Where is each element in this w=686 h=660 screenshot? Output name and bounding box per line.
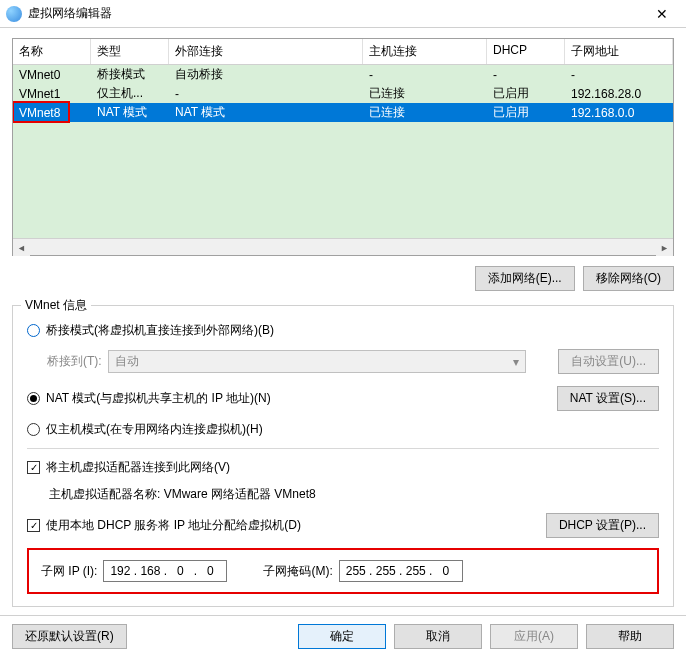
- subnet-row: 子网 IP (I): 192. 168. 0. 0 子网掩码(M): 255. …: [27, 548, 659, 594]
- col-header-subnet[interactable]: 子网地址: [565, 39, 673, 64]
- cell-external: -: [169, 86, 363, 102]
- restore-defaults-button[interactable]: 还原默认设置(R): [12, 624, 127, 649]
- scroll-track[interactable]: [30, 239, 656, 255]
- bridge-to-value: 自动: [115, 353, 139, 370]
- window-title: 虚拟网络编辑器: [28, 5, 644, 22]
- checkbox-icon: ✓: [27, 461, 40, 474]
- cell-type: NAT 模式: [91, 103, 169, 122]
- vmnet-info-group: VMnet 信息 桥接模式(将虚拟机直接连接到外部网络)(B) 桥接到(T): …: [12, 305, 674, 607]
- col-header-external[interactable]: 外部连接: [169, 39, 363, 64]
- radio-icon: [27, 324, 40, 337]
- nat-mode-radio[interactable]: NAT 模式(与虚拟机共享主机的 IP 地址)(N): [27, 390, 271, 407]
- table-row[interactable]: VMnet8 NAT 模式 NAT 模式 已连接 已启用 192.168.0.0: [13, 103, 673, 122]
- app-icon: [6, 6, 22, 22]
- bridge-to-combo: 自动: [108, 350, 526, 373]
- col-header-type[interactable]: 类型: [91, 39, 169, 64]
- dhcp-check-label: 使用本地 DHCP 服务将 IP 地址分配给虚拟机(D): [46, 517, 301, 534]
- ip-octet[interactable]: 0: [168, 564, 192, 578]
- bridge-mode-label: 桥接模式(将虚拟机直接连接到外部网络)(B): [46, 322, 274, 339]
- table-header: 名称 类型 外部连接 主机连接 DHCP 子网地址: [13, 39, 673, 65]
- connect-host-checkbox[interactable]: ✓ 将主机虚拟适配器连接到此网络(V): [27, 459, 659, 476]
- adapter-name-text: 主机虚拟适配器名称: VMware 网络适配器 VMnet8: [49, 486, 659, 503]
- ip-octet[interactable]: 255: [344, 564, 368, 578]
- scroll-left-icon[interactable]: ◄: [13, 239, 30, 256]
- scroll-right-icon[interactable]: ►: [656, 239, 673, 256]
- ip-octet[interactable]: 192: [108, 564, 132, 578]
- ip-octet[interactable]: 168: [138, 564, 162, 578]
- subnet-ip-label: 子网 IP (I):: [41, 563, 97, 580]
- col-header-name[interactable]: 名称: [13, 39, 91, 64]
- cell-subnet: 192.168.0.0: [565, 105, 673, 121]
- dhcp-settings-button[interactable]: DHCP 设置(P)...: [546, 513, 659, 538]
- auto-settings-button: 自动设置(U)...: [558, 349, 659, 374]
- cell-name: VMnet1: [13, 86, 91, 102]
- help-button[interactable]: 帮助: [586, 624, 674, 649]
- cell-subnet: -: [565, 67, 673, 83]
- titlebar: 虚拟网络编辑器 ✕: [0, 0, 686, 28]
- hostonly-mode-label: 仅主机模式(在专用网络内连接虚拟机)(H): [46, 421, 263, 438]
- add-network-button[interactable]: 添加网络(E)...: [475, 266, 575, 291]
- ip-octet[interactable]: 255: [374, 564, 398, 578]
- cell-dhcp: 已启用: [487, 84, 565, 103]
- col-header-host[interactable]: 主机连接: [363, 39, 487, 64]
- subnet-mask-input[interactable]: 255. 255. 255. 0: [339, 560, 463, 582]
- cell-name: VMnet0: [13, 67, 91, 83]
- bridge-mode-radio[interactable]: 桥接模式(将虚拟机直接连接到外部网络)(B): [27, 322, 659, 339]
- subnet-mask-label: 子网掩码(M):: [263, 563, 332, 580]
- subnet-ip-input[interactable]: 192. 168. 0. 0: [103, 560, 227, 582]
- cell-subnet: 192.168.28.0: [565, 86, 673, 102]
- connect-host-label: 将主机虚拟适配器连接到此网络(V): [46, 459, 230, 476]
- col-header-dhcp[interactable]: DHCP: [487, 39, 565, 64]
- dhcp-checkbox[interactable]: ✓ 使用本地 DHCP 服务将 IP 地址分配给虚拟机(D): [27, 517, 301, 534]
- checkbox-icon: ✓: [27, 519, 40, 532]
- remove-network-button[interactable]: 移除网络(O): [583, 266, 674, 291]
- table-row[interactable]: VMnet1 仅主机... - 已连接 已启用 192.168.28.0: [13, 84, 673, 103]
- cell-type: 仅主机...: [91, 84, 169, 103]
- horizontal-scrollbar[interactable]: ◄ ►: [13, 238, 673, 255]
- network-table: 名称 类型 外部连接 主机连接 DHCP 子网地址 VMnet0 桥接模式 自动…: [12, 38, 674, 256]
- group-label: VMnet 信息: [21, 297, 91, 314]
- close-button[interactable]: ✕: [644, 0, 680, 28]
- ok-button[interactable]: 确定: [298, 624, 386, 649]
- nat-settings-button[interactable]: NAT 设置(S)...: [557, 386, 659, 411]
- table-body: VMnet0 桥接模式 自动桥接 - - - VMnet1 仅主机... - 已…: [13, 65, 673, 238]
- table-row[interactable]: VMnet0 桥接模式 自动桥接 - - -: [13, 65, 673, 84]
- dialog-button-bar: 还原默认设置(R) 确定 取消 应用(A) 帮助: [0, 615, 686, 657]
- bridge-to-label: 桥接到(T):: [47, 353, 102, 370]
- cell-external: NAT 模式: [169, 103, 363, 122]
- cell-host: 已连接: [363, 84, 487, 103]
- cancel-button[interactable]: 取消: [394, 624, 482, 649]
- annotation-highlight: [13, 101, 70, 123]
- apply-button: 应用(A): [490, 624, 578, 649]
- cell-host: -: [363, 67, 487, 83]
- radio-icon: [27, 392, 40, 405]
- hostonly-mode-radio[interactable]: 仅主机模式(在专用网络内连接虚拟机)(H): [27, 421, 659, 438]
- cell-host: 已连接: [363, 103, 487, 122]
- cell-dhcp: -: [487, 67, 565, 83]
- cell-type: 桥接模式: [91, 65, 169, 84]
- ip-octet[interactable]: 0: [198, 564, 222, 578]
- cell-dhcp: 已启用: [487, 103, 565, 122]
- cell-external: 自动桥接: [169, 65, 363, 84]
- divider: [27, 448, 659, 449]
- nat-mode-label: NAT 模式(与虚拟机共享主机的 IP 地址)(N): [46, 390, 271, 407]
- ip-octet[interactable]: 255: [404, 564, 428, 578]
- ip-octet[interactable]: 0: [434, 564, 458, 578]
- radio-icon: [27, 423, 40, 436]
